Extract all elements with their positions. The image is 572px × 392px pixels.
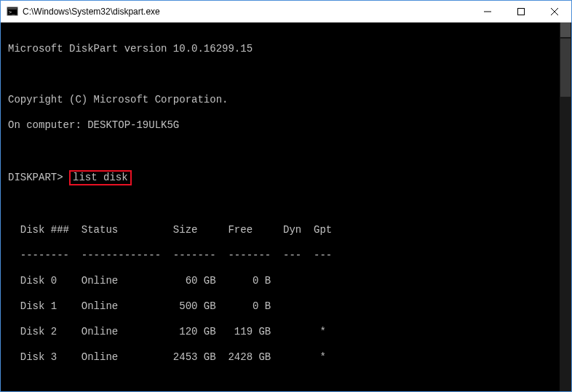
titlebar: >_ C:\Windows\System32\diskpart.exe [1,1,571,23]
blank [8,145,571,158]
prompt: DISKPART> [8,172,63,183]
svg-rect-4 [518,8,525,15]
prompt-line: DISKPART> list disk [8,170,571,186]
window-title: C:\Windows\System32\diskpart.exe [23,7,471,17]
disk-row: Disk 1 Online 500 GB 0 B [8,300,571,313]
cmd-list-disk: list disk [69,170,132,186]
version-line: Microsoft DiskPart version 10.0.16299.15 [8,43,571,56]
copyright-line: Copyright (C) Microsoft Corporation. [8,94,571,107]
disk-row: Disk 3 Online 2453 GB 2428 GB * [8,351,571,364]
disk-table-divider: -------- ------------- ------- ------- -… [8,249,571,263]
disk-table-header: Disk ### Status Size Free Dyn Gpt [8,224,571,237]
computer-line: On computer: DESKTOP-19ULK5G [8,119,571,132]
scroll-thumb[interactable] [560,23,571,37]
close-button[interactable] [538,1,571,22]
blank [8,199,571,212]
scrollbar[interactable] [560,23,571,391]
minimize-button[interactable] [471,1,504,22]
window-controls [471,1,571,22]
scroll-track-segment[interactable] [560,39,571,97]
disk-row: Disk 2 Online 120 GB 119 GB * [8,326,571,339]
terminal-area[interactable]: Microsoft DiskPart version 10.0.16299.15… [1,23,571,391]
app-icon: >_ [7,6,18,17]
disk-row: Disk 0 Online 60 GB 0 B [8,275,571,288]
blank [8,377,571,390]
svg-text:>_: >_ [9,9,15,15]
blank [8,68,571,81]
maximize-button[interactable] [504,1,538,22]
